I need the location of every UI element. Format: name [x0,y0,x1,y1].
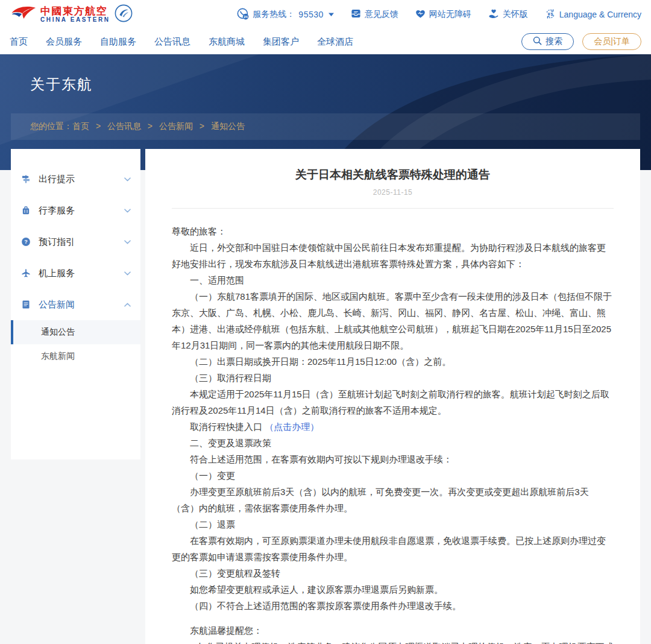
article-paragraph-14: （三）变更航程及签转 [172,565,614,581]
luggage-icon [20,206,31,215]
banner-title: 关于东航 [30,75,93,94]
paragraph-spacer [172,614,614,622]
cancel-trip-link[interactable]: （点击办理） [265,421,319,432]
article-paragraph-1: 近日，外交部和中国驻日本使领馆就中国公民前往日本发布郑重提醒。为协助行程涉及日本… [172,239,614,272]
sidebar-item-label: 预订指引 [39,236,117,248]
nav-global-hotels[interactable]: 全球酒店 [317,36,353,48]
feedback-link[interactable]: 意见反馈 [351,8,398,21]
quick-link-label: 网站无障碍 [429,9,471,20]
logo-text-cn: 中國東方航空 [40,6,110,17]
article-paragraph-7: 取消行程快捷入口 （点击办理） [172,418,614,435]
article-paragraph-3: （一）东航781客票填开的国际、地区或国内航班。客票中至少含有一段未使用的涉及日… [172,288,614,353]
sidebar-item-booking-guide[interactable]: ?预订指引 [11,226,140,257]
article-paragraph-18: 东航温馨提醒您： [172,622,614,639]
sidebar-item-label: 行李服务 [39,205,117,216]
sidebar-item-baggage-services[interactable]: 行李服务 [11,195,140,226]
language-currency-link[interactable]: ¥$Language & Currency [545,8,641,21]
accessibility-link[interactable]: 网站无障碍 [415,9,471,21]
sidebar-item-onboard-services[interactable]: 机上服务 [11,257,140,289]
svg-text:24: 24 [244,14,248,18]
search-icon [533,36,542,47]
divider [172,208,614,209]
nav-announcements[interactable]: 公告讯息 [154,36,190,48]
article-paragraph-19: 1.如您已提前办理值机、选座等业务，建议您先回原办理渠道取消已办理的值机、选座，… [172,639,614,644]
logo-text-en: CHINA EASTERN [40,17,110,24]
sidebar-item-label: 出行提示 [39,174,117,185]
sidebar: 出行提示行李服务?预订指引机上服务公告新闻通知公告东航新闻 [11,149,140,459]
article-paragraph-6: 本规定适用于2025年11月15日（含）至航班计划起飞时刻之前取消行程的旅客。航… [172,386,614,418]
care-version-link[interactable]: 关怀版 [488,8,528,21]
main-nav: 首页会员服务自助服务公告讯息东航商城集团客户全球酒店 [10,36,353,48]
article-body: 尊敬的旅客：近日，外交部和中国驻日本使领馆就中国公民前往日本发布郑重提醒。为协助… [172,223,614,644]
signpost-icon [20,174,31,184]
article-paragraph-9: 符合上述适用范围，在客票有效期内可按以下规则办理退改手续： [172,451,614,467]
breadcrumb-item-3[interactable]: 通知公告 [211,121,245,131]
article-paragraph-10: （一）变更 [172,467,614,484]
accessibility-heart-icon [415,9,426,21]
nav-self-services[interactable]: 自助服务 [100,36,136,48]
chevron-up-icon [124,303,131,307]
quick-link-label: 意见反馈 [365,9,398,20]
sidebar-item-travel-tips[interactable]: 出行提示 [11,163,140,195]
quick-link-label: Language & Currency [559,10,641,19]
breadcrumb-separator: > [93,121,103,131]
sidebar-item-label: 机上服务 [39,268,117,279]
skyteam-logo [115,4,133,25]
feedback-icon [351,8,361,21]
search-button[interactable]: 搜索 [521,33,574,50]
breadcrumb-item-2[interactable]: 公告新闻 [159,121,193,131]
member-order-label: 会员|订单 [594,36,630,47]
quick-link-label: 关怀版 [503,9,528,20]
chevron-down-icon [124,271,131,276]
article-paragraph-5: （三）取消行程日期 [172,370,614,386]
article-paragraph-13: 在客票有效期内，可至原购票渠道办理未使用航段非自愿退票，免收退票手续费。已按上述… [172,532,614,565]
sidebar-subitem-cea-news[interactable]: 东航新闻 [11,344,140,368]
nav-corporate-clients[interactable]: 集团客户 [263,36,299,48]
breadcrumb: 您的位置： 首页 > 公告讯息 > 公告新闻 > 通知公告 [11,113,640,140]
language-currency-icon: ¥$ [545,8,556,21]
search-button-label: 搜索 [546,36,562,47]
chevron-down-icon [124,177,131,182]
swallow-bird-icon [10,4,36,25]
chevron-down-icon [124,240,131,244]
article-date: 2025-11-15 [172,188,614,197]
member-order-button[interactable]: 会员|订单 [582,33,641,50]
nav-home[interactable]: 首页 [10,36,28,48]
article-paragraph-15: 如您希望变更航程或承运人，建议原客票办理退票后另购新票。 [172,581,614,598]
article-paragraph-0: 尊敬的旅客： [172,223,614,239]
sidebar-item-announcements-news[interactable]: 公告新闻 [11,289,140,320]
chevron-down-icon [124,209,131,213]
article-paragraph-4: （二）出票日期或换开日期：2025年11月15日12:00（含）之前。 [172,353,614,370]
sidebar-item-label: 公告新闻 [39,299,117,311]
caret-down-icon [329,13,334,16]
help-icon: ? [20,237,31,247]
breadcrumb-separator: > [145,121,155,131]
china-eastern-logo[interactable]: 中國東方航空 CHINA EASTERN [10,4,133,25]
article-paragraph-11: 办理变更至原航班前后3天（含）以内的航班，可免费变更一次。再次变更或变更超出原航… [172,484,614,516]
article-paragraph-2: 一、适用范围 [172,272,614,288]
hotline-number: 95530 [298,10,323,19]
header-quick-links: 24 服务热线： 95530 意见反馈网站无障碍关怀版¥$Language & … [237,8,641,22]
sidebar-subitem-label: 东航新闻 [41,351,75,362]
top-header: 中國東方航空 CHINA EASTERN 24 服务热线： 95530 意见反 [0,0,651,54]
care-hand-heart-icon [488,8,499,21]
sidebar-subitem-notice-announcements[interactable]: 通知公告 [11,320,140,344]
breadcrumb-item-1[interactable]: 公告讯息 [107,121,141,131]
article-panel: 关于日本相关航线客票特殊处理的通告 2025-11-15 尊敬的旅客：近日，外交… [145,149,640,644]
article-paragraph-12: （二）退票 [172,516,614,532]
svg-text:?: ? [24,239,28,245]
article-paragraph-16: （四）不符合上述适用范围的客票按原客票使用条件办理退改手续。 [172,598,614,614]
service-hotline[interactable]: 24 服务热线： 95530 [237,8,333,22]
breadcrumb-label: 您的位置： [30,121,72,132]
news-icon [20,300,31,309]
phone-24-icon: 24 [237,8,249,22]
article-title: 关于日本相关航线客票特殊处理的通告 [172,167,614,183]
hotline-label: 服务热线： [253,9,295,20]
plane-icon [20,268,31,278]
nav-member-services[interactable]: 会员服务 [46,36,82,48]
sidebar-subitem-label: 通知公告 [41,327,75,338]
nav-cea-mall[interactable]: 东航商城 [209,36,245,48]
article-paragraph-8: 二、变更及退票政策 [172,435,614,451]
breadcrumb-separator: > [197,121,207,131]
breadcrumb-item-0[interactable]: 首页 [72,121,89,131]
